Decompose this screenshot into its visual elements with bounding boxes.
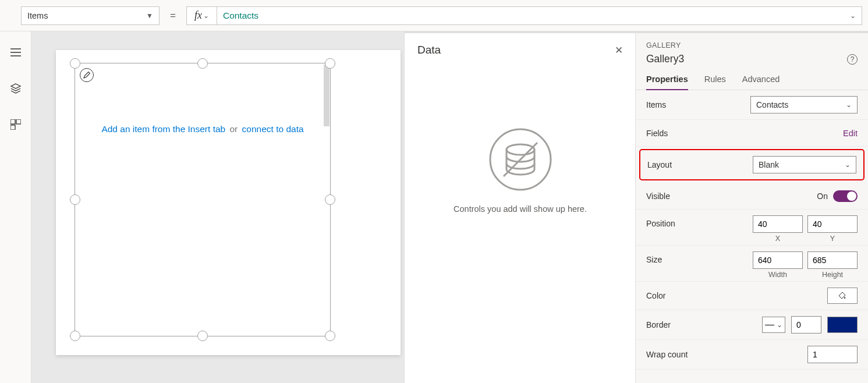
- control-name[interactable]: Gallery3: [646, 53, 684, 65]
- layout-dropdown[interactable]: Blank ⌄: [753, 156, 856, 173]
- prop-label: Border: [646, 320, 671, 329]
- chevron-down-icon: ⌄: [850, 12, 856, 20]
- prop-label: Fields: [646, 129, 668, 138]
- resize-handle[interactable]: [70, 194, 80, 205]
- data-panel-title: Data: [417, 44, 441, 56]
- sublabel: Width: [768, 271, 787, 279]
- chevron-down-icon: ▼: [146, 12, 153, 20]
- tab-properties[interactable]: Properties: [646, 75, 688, 90]
- prop-row-position: Position X Y: [636, 210, 868, 246]
- prop-row-border: Border ⌄: [636, 310, 868, 340]
- position-x-input[interactable]: [753, 215, 803, 233]
- hamburger-menu-icon[interactable]: [9, 45, 23, 59]
- prop-label: Items: [646, 100, 666, 109]
- paint-bucket-icon: [838, 292, 846, 300]
- layout-value: Blank: [759, 160, 779, 169]
- properties-panel: GALLERY Gallery3 ? Properties Rules Adva…: [635, 31, 868, 383]
- prop-label: Layout: [647, 160, 672, 169]
- database-slash-icon: [488, 127, 552, 192]
- sublabel: X: [775, 235, 780, 243]
- fx-icon: fx: [194, 9, 202, 22]
- formula-bar: Items ▼ = fx ⌄ Contacts ⌄: [0, 0, 868, 31]
- canvas-area: Add an item from the Insert tab or conne…: [31, 31, 868, 383]
- position-y-input[interactable]: [807, 215, 858, 233]
- layers-icon[interactable]: [9, 81, 23, 95]
- app-canvas[interactable]: Add an item from the Insert tab or conne…: [56, 50, 401, 355]
- svg-rect-0: [10, 119, 15, 124]
- chevron-down-icon: ⌄: [845, 161, 851, 169]
- resize-handle[interactable]: [197, 331, 208, 341]
- help-icon[interactable]: ?: [847, 54, 858, 65]
- prop-row-size: Size Width Height: [636, 246, 868, 282]
- tab-rules[interactable]: Rules: [704, 75, 726, 90]
- gallery-empty-message: Add an item from the Insert tab or conne…: [75, 124, 330, 134]
- or-separator: or: [230, 124, 238, 134]
- tab-advanced[interactable]: Advanced: [742, 75, 780, 90]
- components-icon[interactable]: [9, 118, 23, 132]
- close-icon[interactable]: ✕: [615, 44, 623, 56]
- insert-tab-link[interactable]: Add an item from the Insert tab: [101, 124, 225, 134]
- prop-label: Position: [646, 215, 675, 228]
- connect-data-link[interactable]: connect to data: [242, 124, 304, 134]
- pencil-icon[interactable]: [80, 68, 94, 82]
- gallery-selection[interactable]: Add an item from the Insert tab or conne…: [75, 63, 331, 336]
- resize-handle[interactable]: [70, 331, 80, 341]
- prop-label: Color: [646, 291, 665, 300]
- equals-sign: =: [170, 10, 176, 22]
- prop-label: Wrap count: [646, 350, 688, 359]
- items-dropdown[interactable]: Contacts ⌄: [750, 96, 858, 114]
- chevron-down-icon: ⌄: [203, 12, 209, 20]
- property-selector[interactable]: Items ▼: [21, 6, 160, 25]
- fx-button[interactable]: fx ⌄: [186, 6, 217, 25]
- resize-handle[interactable]: [197, 58, 208, 69]
- prop-row-color: Color: [636, 282, 868, 310]
- items-value: Contacts: [756, 100, 788, 109]
- color-picker-button[interactable]: [827, 288, 858, 304]
- size-width-input[interactable]: [753, 251, 803, 269]
- formula-input[interactable]: Contacts ⌄: [217, 6, 862, 25]
- wrap-count-input[interactable]: [807, 346, 858, 363]
- data-panel-empty-text: Controls you add will show up here.: [417, 204, 623, 214]
- fields-edit-link[interactable]: Edit: [843, 129, 858, 138]
- sublabel: Height: [822, 271, 843, 279]
- resize-handle[interactable]: [325, 194, 335, 205]
- chevron-down-icon: ⌄: [777, 321, 782, 329]
- prop-label: Visible: [646, 192, 670, 201]
- prop-row-layout: Layout Blank ⌄: [639, 149, 865, 180]
- properties-tabs: Properties Rules Advanced: [636, 68, 868, 90]
- left-rail: [0, 31, 31, 383]
- prop-row-wrap-count: Wrap count: [636, 340, 868, 370]
- size-height-input[interactable]: [807, 251, 858, 269]
- prop-row-fields: Fields Edit: [636, 120, 868, 147]
- border-color-swatch[interactable]: [827, 317, 858, 333]
- toggle-state: On: [817, 192, 828, 201]
- formula-text: Contacts: [223, 10, 258, 21]
- border-width-input[interactable]: [791, 316, 821, 334]
- border-style-dropdown[interactable]: ⌄: [762, 317, 785, 333]
- data-panel: Data ✕ Controls you add will show up her…: [404, 31, 636, 383]
- resize-handle[interactable]: [70, 58, 80, 69]
- chevron-down-icon: ⌄: [846, 101, 852, 109]
- scrollbar-thumb[interactable]: [324, 65, 330, 126]
- prop-row-visible: Visible On: [636, 183, 868, 210]
- svg-rect-2: [10, 125, 15, 130]
- resize-handle[interactable]: [325, 331, 335, 341]
- visible-toggle[interactable]: On: [817, 190, 858, 202]
- control-category: GALLERY: [646, 41, 858, 49]
- property-selector-label: Items: [27, 11, 48, 20]
- prop-row-items: Items Contacts ⌄: [636, 90, 868, 120]
- resize-handle[interactable]: [325, 58, 335, 69]
- prop-label: Size: [646, 251, 662, 264]
- sublabel: Y: [830, 235, 835, 243]
- svg-rect-1: [16, 119, 21, 124]
